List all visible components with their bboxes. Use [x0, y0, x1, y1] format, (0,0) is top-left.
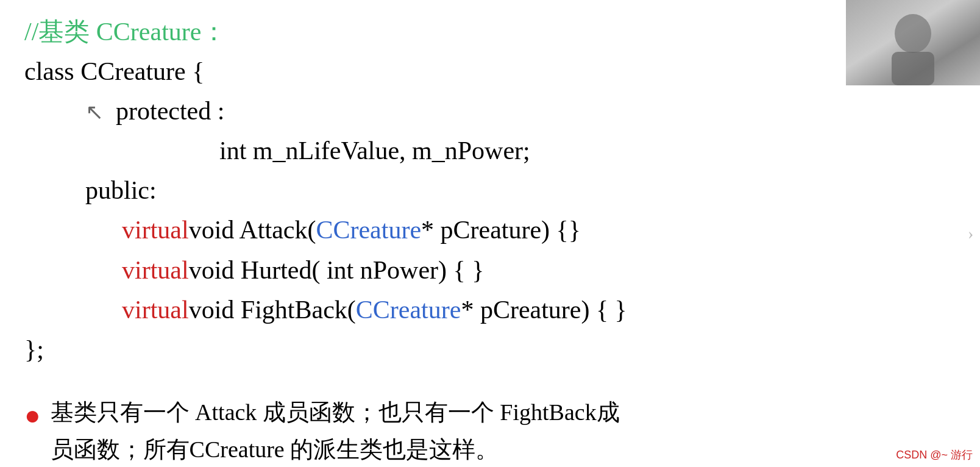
method1-rest: void Attack(: [189, 210, 316, 250]
csdn-watermark: CSDN @~ 游行: [896, 447, 973, 462]
method1-end: * pCreature) {}: [421, 210, 581, 250]
svg-rect-2: [892, 52, 934, 85]
main-content: //基类 CCreature： class CCreature { ↖ prot…: [0, 0, 980, 467]
closing-text: };: [24, 330, 44, 369]
method3-line: virtual void FightBack( CCreature * pCre…: [24, 290, 956, 330]
bullet-dot: ●: [24, 395, 41, 437]
public-label: public:: [85, 171, 157, 210]
webcam-video: [846, 0, 980, 85]
code-section: //基类 CCreature： class CCreature { ↖ prot…: [24, 12, 956, 369]
bullet-line2-text: 员函数；所有CCreature 的派生类也是这样。: [51, 437, 499, 462]
class-declaration-line: class CCreature {: [24, 52, 956, 91]
webcam-overlay: [846, 0, 980, 85]
member-var-text: int m_nLifeValue, m_nPower;: [219, 131, 530, 171]
member-var-line: int m_nLifeValue, m_nPower;: [24, 131, 956, 171]
scroll-arrow: ›: [968, 224, 973, 243]
protected-label: protected :: [116, 91, 224, 131]
bullet-text-line2: 员函数；所有CCreature 的派生类也是这样。: [51, 431, 956, 467]
comment-line: //基类 CCreature：: [24, 12, 956, 52]
csdn-label: CSDN @~ 游行: [896, 449, 973, 461]
method3-end: * pCreature) { }: [461, 290, 627, 330]
cursor-indicator: ↖: [85, 96, 104, 130]
method1-classname: CCreature: [316, 210, 421, 250]
method2-virtual: virtual: [122, 251, 189, 290]
public-line: public:: [24, 171, 956, 210]
closing-line: };: [24, 330, 956, 369]
bullet-text-line1: 基类只有一个 Attack 成员函数；也只有一个 FightBack成: [51, 394, 956, 431]
bullet-text: 基类只有一个 Attack 成员函数；也只有一个 FightBack成 员函数；…: [51, 394, 956, 467]
protected-line: ↖ protected :: [24, 91, 956, 131]
method2-line: virtual void Hurted( int nPower) { }: [24, 251, 956, 290]
method1-virtual: virtual: [122, 210, 189, 250]
method3-rest: void FightBack(: [189, 290, 356, 330]
comment-text: //基类 CCreature：: [24, 12, 227, 52]
class-declaration-text: class CCreature {: [24, 52, 204, 91]
svg-point-1: [895, 14, 931, 53]
method1-line: virtual void Attack( CCreature * pCreatu…: [24, 210, 956, 250]
bullet-line1-text: 基类只有一个 Attack 成员函数；也只有一个 FightBack成: [51, 399, 620, 425]
method2-rest: void Hurted( int nPower) { }: [189, 251, 485, 290]
method3-virtual: virtual: [122, 290, 189, 330]
bullet-section: ● 基类只有一个 Attack 成员函数；也只有一个 FightBack成 员函…: [24, 394, 956, 467]
method3-classname: CCreature: [356, 290, 461, 330]
scroll-hint: ›: [968, 224, 980, 243]
